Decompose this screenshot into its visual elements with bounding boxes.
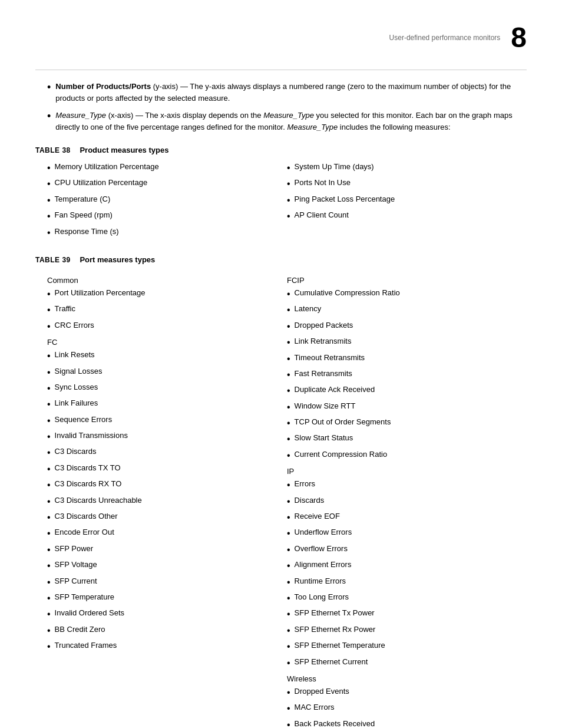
- list-dot: •: [47, 382, 51, 395]
- list-item: •Temperature (C): [47, 194, 287, 207]
- list-item: •Duplicate Ack Received: [287, 384, 527, 397]
- list-dot: •: [287, 702, 290, 715]
- list-dot: •: [287, 368, 290, 381]
- port-col-right: FCIP •Cumulative Compression Ratio•Laten…: [287, 271, 527, 728]
- list-item: •Encode Error Out: [47, 527, 287, 540]
- list-dot: •: [47, 543, 51, 556]
- list-text: Current Compression Ratio: [295, 449, 388, 460]
- list-dot: •: [47, 640, 51, 653]
- table38-col1: •Memory Utilization Percentage•CPU Utili…: [47, 162, 287, 242]
- list-text: Truncated Frames: [55, 640, 117, 651]
- list-item: •BB Credit Zero: [47, 624, 287, 637]
- list-dot: •: [47, 350, 51, 363]
- bullet-italic-3: Measure_Type: [287, 123, 338, 131]
- list-text: Fast Retransmits: [295, 368, 352, 379]
- header-divider: [35, 70, 527, 70]
- list-text: CRC Errors: [55, 320, 94, 331]
- fcip-list: •Cumulative Compression Ratio•Latency•Dr…: [287, 288, 527, 462]
- table39-label: TABLE 39: [35, 256, 71, 264]
- list-item: •System Up Time (days): [287, 162, 527, 174]
- page-header: User-defined performance monitors 8: [35, 24, 527, 52]
- list-text: SFP Current: [55, 576, 97, 587]
- table38-title: Product measures types: [80, 146, 168, 154]
- list-item: •C3 Discards Unreachable: [47, 495, 287, 508]
- list-item: •Traffic: [47, 304, 287, 317]
- list-text: Traffic: [55, 304, 75, 314]
- list-item: •Response Time (s): [47, 226, 287, 239]
- list-text: SFP Voltage: [55, 559, 97, 570]
- bullet-italic-1: Measure_Type: [55, 111, 106, 120]
- list-dot: •: [287, 511, 290, 524]
- list-item: •Signal Losses: [47, 366, 287, 379]
- list-dot: •: [287, 719, 290, 728]
- list-item: •Link Failures: [47, 398, 287, 411]
- list-text: MAC Errors: [295, 702, 335, 713]
- ip-list: •Errors•Discards•Receive EOF•Underflow E…: [287, 479, 527, 670]
- list-text: Overflow Errors: [295, 543, 348, 554]
- list-item: •Too Long Errors: [287, 592, 527, 605]
- list-text: Cumulative Compression Ratio: [295, 288, 400, 298]
- list-item: •Dropped Events: [287, 686, 527, 699]
- table38-col2: •System Up Time (days)•Ports Not In Use•…: [287, 162, 527, 242]
- list-item: •Link Retransmits: [287, 336, 527, 349]
- list-text: Duplicate Ack Received: [295, 384, 375, 395]
- list-text: SFP Ethernet Temperature: [295, 640, 385, 651]
- list-dot: •: [287, 527, 290, 540]
- list-dot: •: [47, 624, 51, 637]
- bullet-dot-2: •: [47, 110, 51, 123]
- list-text: Link Retransmits: [295, 336, 352, 347]
- list-text: Back Packets Received: [295, 719, 375, 728]
- list-text: Alignment Errors: [295, 559, 352, 570]
- list-dot: •: [287, 576, 290, 589]
- list-item: •TCP Out of Order Segments: [287, 417, 527, 430]
- list-dot: •: [287, 417, 290, 430]
- list-item: •Window Size RTT: [287, 401, 527, 414]
- fc-label: FC: [47, 338, 287, 347]
- list-dot: •: [47, 430, 51, 443]
- list-item: •SFP Ethernet Tx Power: [287, 608, 527, 621]
- bullet-bold-1: Number of Products/Ports: [55, 82, 151, 91]
- list-item: •CPU Utilization Percentage: [47, 177, 287, 190]
- list-dot: •: [287, 624, 290, 637]
- list-item: •Ports Not In Use: [287, 177, 527, 190]
- list-dot: •: [47, 527, 51, 540]
- list-dot: •: [47, 608, 51, 621]
- wireless-list: •Dropped Events•MAC Errors•Back Packets …: [287, 686, 527, 728]
- list-text: Link Resets: [55, 350, 95, 360]
- list-dot: •: [287, 657, 290, 670]
- list-dot: •: [47, 511, 51, 524]
- list-dot: •: [287, 559, 290, 572]
- list-text: Dropped Events: [295, 686, 349, 697]
- list-text: SFP Ethernet Current: [295, 657, 368, 667]
- list-text: C3 Discards Unreachable: [55, 495, 142, 506]
- list-item: •Ping Packet Loss Percentage: [287, 194, 527, 207]
- port-col-left: Common •Port Utilization Percentage•Traf…: [47, 271, 287, 728]
- list-text: Sequence Errors: [55, 414, 113, 425]
- list-dot: •: [287, 336, 290, 349]
- list-item: •Receive EOF: [287, 511, 527, 524]
- table39-content: Common •Port Utilization Percentage•Traf…: [47, 271, 527, 728]
- list-item: •Invalid Transmissions: [47, 430, 287, 443]
- fcip-label: FCIP: [287, 276, 527, 285]
- list-item: •Port Utilization Percentage: [47, 288, 287, 301]
- list-item: •Sync Losses: [47, 382, 287, 395]
- bullet-dot-1: •: [47, 81, 51, 94]
- list-dot: •: [47, 288, 51, 301]
- list-dot: •: [287, 304, 290, 317]
- list-dot: •: [287, 433, 290, 446]
- list-item: •CRC Errors: [47, 320, 287, 333]
- list-item: •SFP Ethernet Current: [287, 657, 527, 670]
- list-text: Slow Start Status: [295, 433, 353, 443]
- list-dot: •: [47, 592, 51, 605]
- list-dot: •: [287, 479, 290, 492]
- list-item: •C3 Discards Other: [47, 511, 287, 524]
- list-dot: •: [287, 592, 290, 605]
- list-text: Sync Losses: [55, 382, 98, 393]
- common-list: •Port Utilization Percentage•Traffic•CRC…: [47, 288, 287, 333]
- list-dot: •: [47, 495, 51, 508]
- list-item: •Truncated Frames: [47, 640, 287, 653]
- bullet-section: • Number of Products/Ports (y-axis) — Th…: [35, 81, 527, 133]
- list-dot: •: [47, 366, 51, 379]
- list-text: BB Credit Zero: [55, 624, 105, 635]
- list-item: •C3 Discards: [47, 446, 287, 459]
